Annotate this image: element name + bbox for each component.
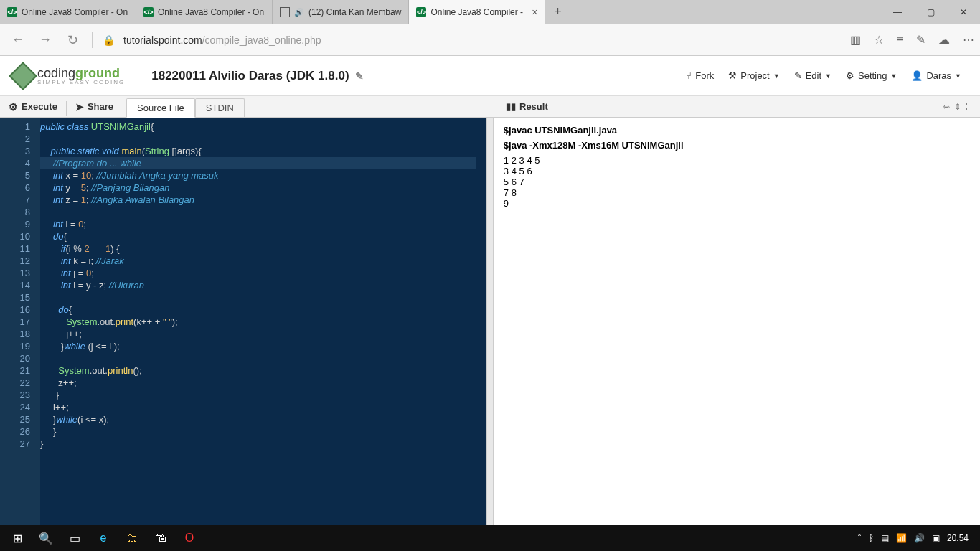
code-line[interactable]: 6 int y = 5; //Panjang Bilangan [0,182,486,194]
tray-up-icon[interactable]: ˄ [857,533,862,543]
code-line[interactable]: 21 System.out.println(); [0,364,486,377]
splitter-handle[interactable] [486,118,494,525]
browser-tab[interactable]: </>Online Java8 Compiler - On [136,0,273,24]
store-icon[interactable]: 🛍 [146,525,175,551]
edit-icon: ✎ [794,70,802,81]
favorite-icon[interactable]: ☆ [874,33,884,47]
edge-icon[interactable]: e [89,525,118,551]
code-line[interactable]: 11 if(i % 2 == 1) { [0,242,486,255]
action-center-icon[interactable]: ▣ [932,533,940,543]
chart-icon: ▮▮ [506,101,516,112]
code-line[interactable]: 20 [0,352,486,364]
expand-v-icon[interactable]: ⇕ [954,102,961,112]
code-line[interactable]: 8 [0,206,486,218]
code-line[interactable]: 14 int l = y - z; //Ukuran [0,279,486,291]
start-button[interactable]: ⊞ [3,525,32,551]
new-tab-button[interactable]: + [545,0,570,24]
input-icon[interactable]: ▤ [881,533,889,543]
code-line[interactable]: 22 z++; [0,377,486,389]
tab-label: Online Java8 Compiler - [430,7,523,17]
browser-tab[interactable]: </>Online Java8 Compiler - × [409,0,545,24]
reading-view-icon[interactable]: ▥ [850,33,861,47]
toolbar: ⚙Execute ➤Share Source File STDIN ▮▮Resu… [0,96,980,118]
tab-source-file[interactable]: Source File [126,98,195,118]
explorer-icon[interactable]: 🗂 [118,525,146,551]
more-icon[interactable]: ⋯ [963,33,974,47]
volume-icon[interactable]: 🔊 [914,533,925,543]
code-editor[interactable]: 1public class UTSNIMGanjil{23 public sta… [0,118,486,525]
url-display[interactable]: tutorialspoint.com/compile_java8_online.… [123,34,321,46]
clock[interactable]: 20.54 [947,533,969,543]
user-icon: 👤 [911,70,923,81]
code-line[interactable]: 1public class UTSNIMGanjil{ [0,121,486,133]
logo-icon [9,62,37,90]
project-title: 18220011 Alvilio Daras (JDK 1.8.0) ✎ [151,69,363,83]
favorites-hub-icon[interactable]: ≡ [897,34,903,47]
browser-tab[interactable]: </>Online Java8 Compiler - On [0,0,136,24]
code-line[interactable]: 10 do{ [0,230,486,242]
tab-label: Online Java8 Compiler - On [22,7,128,17]
notes-icon[interactable]: ✎ [916,33,925,47]
code-line[interactable]: 25 }while(i <= x); [0,413,486,425]
code-line[interactable]: 23 } [0,389,486,401]
code-line[interactable]: 15 [0,291,486,303]
system-tray: ˄ ᛒ ▤ 📶 🔊 ▣ 20.54 [857,533,977,543]
code-line[interactable]: 13 int j = 0; [0,267,486,279]
logo[interactable]: codingground SIMPLY EASY CODING [13,66,125,86]
project-menu[interactable]: ⚒Project▼ [722,67,785,84]
bluetooth-icon[interactable]: ᛒ [869,533,874,543]
expand-h-icon[interactable]: ⇿ [943,102,950,112]
code-line[interactable]: 19 }while (j <= l ); [0,340,486,352]
code-line[interactable]: 4 //Program do ... while [0,157,486,169]
opera-icon[interactable]: O [175,525,204,551]
share-button[interactable]: ➤Share [67,96,122,117]
code-icon: </> [7,7,17,17]
editor-scrollbar[interactable] [476,118,486,525]
result-pane: $javac UTSNIMGanjil.java $java -Xmx128M … [494,118,980,525]
window-maximize[interactable]: ▢ [914,0,947,24]
tab-label: (12) Cinta Kan Membaw [308,7,401,17]
edit-title-icon[interactable]: ✎ [355,70,364,82]
fullscreen-icon[interactable]: ⛶ [966,102,974,112]
lock-icon: 🔒 [103,34,115,46]
window-close[interactable]: ✕ [947,0,980,24]
fork-button[interactable]: ⑂Fork [680,67,720,84]
refresh-button[interactable]: ↻ [60,28,85,52]
program-output: 1 2 3 4 5 3 4 5 6 5 6 7 7 8 9 [504,155,970,209]
run-command: $java -Xmx128M -Xms16M UTSNIMGanjil [504,140,970,151]
code-line[interactable]: 17 System.out.print(k++ + " "); [0,316,486,328]
back-button[interactable]: ← [6,28,30,52]
execute-button[interactable]: ⚙Execute [0,96,66,117]
code-line[interactable]: 2 [0,133,486,145]
code-line[interactable]: 12 int k = i; //Jarak [0,255,486,267]
forward-button[interactable]: → [33,28,57,52]
ghost-icon[interactable]: ☁ [938,33,950,47]
browser-tab[interactable]: (12) Cinta Kan Membaw [273,0,409,24]
window-minimize[interactable]: — [881,0,914,24]
user-menu[interactable]: 👤Daras▼ [905,67,967,84]
task-view-icon[interactable]: ▭ [60,525,89,551]
gear-icon: ⚙ [846,70,854,81]
window-controls: — ▢ ✕ [881,0,980,24]
code-line[interactable]: 24 i++; [0,401,486,413]
code-line[interactable]: 3 public static void main(String []args)… [0,145,486,157]
edit-menu[interactable]: ✎Edit▼ [788,67,837,84]
setting-menu[interactable]: ⚙Setting▼ [840,67,903,84]
site-header: codingground SIMPLY EASY CODING 18220011… [0,56,980,96]
code-line[interactable]: 9 int i = 0; [0,218,486,230]
code-line[interactable]: 7 int z = 1; //Angka Awalan Bilangan [0,194,486,206]
search-icon[interactable]: 🔍 [32,525,60,551]
code-line[interactable]: 26 } [0,425,486,438]
sitemap-icon: ⚒ [728,70,737,81]
split-pane: 1public class UTSNIMGanjil{23 public sta… [0,118,980,525]
compile-command: $javac UTSNIMGanjil.java [504,125,970,136]
gears-icon: ⚙ [9,101,18,113]
wifi-icon[interactable]: 📶 [896,533,907,543]
code-line[interactable]: 5 int x = 10; //Jumblah Angka yang masuk [0,169,486,182]
code-line[interactable]: 16 do{ [0,303,486,316]
code-line[interactable]: 18 j++; [0,328,486,340]
close-tab-icon[interactable]: × [532,6,537,18]
code-line[interactable]: 27} [0,438,486,450]
separator [92,32,93,48]
tab-stdin[interactable]: STDIN [195,98,245,117]
